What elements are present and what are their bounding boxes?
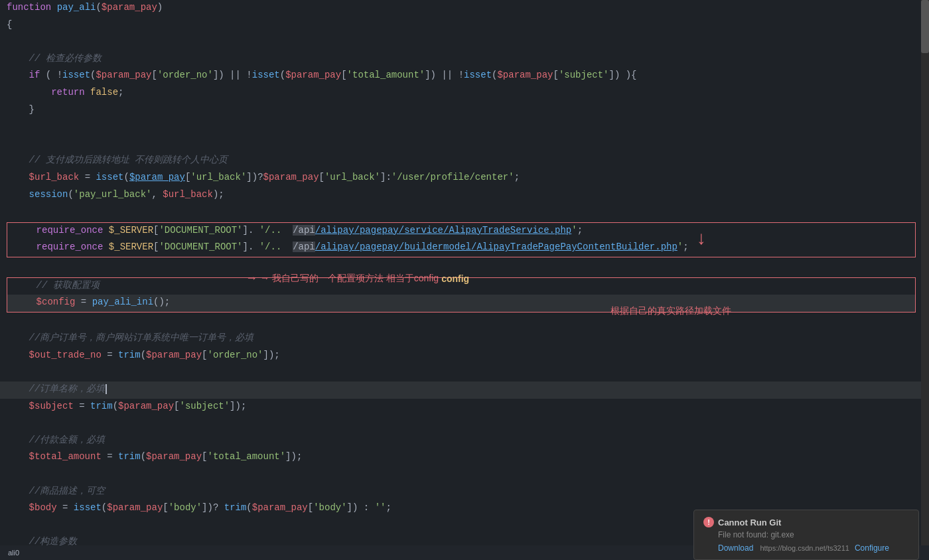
code-line-17: // 获取配置项 <box>7 278 915 295</box>
code-line-9 <box>0 136 929 153</box>
code-line-23: //订单名称，必填 <box>0 382 929 399</box>
download-link[interactable]: Download <box>718 543 753 553</box>
code-editor: function pay_ali($param_pay) { // 检查必传参数… <box>0 0 929 560</box>
code-line-14: require_once $_SERVER['DOCUMENT_ROOT']. … <box>7 223 915 240</box>
code-line-12: session('pay_url_back', $url_back); <box>0 187 929 204</box>
red-box-1: require_once $_SERVER['DOCUMENT_ROOT']. … <box>7 222 916 257</box>
notification-title: Cannot Run Git <box>718 518 781 527</box>
notification-box: ! Cannot Run Git File not found: git.exe… <box>693 510 919 560</box>
code-line-4: // 检查必传参数 <box>0 51 929 68</box>
code-line-8 <box>0 119 929 136</box>
status-item: ali0 <box>5 549 22 557</box>
notification-header: ! Cannot Run Git <box>703 517 909 527</box>
code-line-10: // 支付成功后跳转地址 不传则跳转个人中心页 <box>0 153 929 170</box>
notification-body: File not found: git.exe <box>718 530 909 539</box>
code-line-18: $config = pay_ali_ini(); <box>7 295 915 312</box>
code-area: function pay_ali($param_pay) { // 检查必传参数… <box>0 0 929 551</box>
code-line-27: $total_amount = trim($param_pay['total_a… <box>0 449 929 466</box>
code-line-29: //商品描述，可空 <box>0 484 929 501</box>
code-line-2: { <box>0 17 929 35</box>
code-line-26: //付款金额，必填 <box>0 433 929 450</box>
code-line-20: //商户订单号，商户网站订单系统中唯一订单号，必填 <box>0 330 929 348</box>
code-line-11: $url_back = isset($param_pay['url_back']… <box>0 170 929 187</box>
code-line-16 <box>0 259 929 276</box>
code-line-15: require_once $_SERVER['DOCUMENT_ROOT']. … <box>7 240 915 257</box>
code-line-19 <box>0 314 929 331</box>
code-line-3 <box>0 34 929 51</box>
code-line-13 <box>0 204 929 221</box>
scrollbar-thumb[interactable] <box>921 0 929 53</box>
code-line-24: $subject = trim($param_pay['subject']); <box>0 399 929 416</box>
code-line-1: function pay_ali($param_pay) <box>0 0 929 17</box>
code-line-28 <box>0 466 929 484</box>
code-line-6: return false; <box>0 85 929 102</box>
code-line-25 <box>0 415 929 433</box>
notification-footer: Download https://blog.csdn.net/ts3211 Co… <box>718 543 909 553</box>
code-line-21: $out_trade_no = trim($param_pay['order_n… <box>0 348 929 365</box>
notification-url: https://blog.csdn.net/ts3211 <box>760 544 849 552</box>
code-line-7: } <box>0 102 929 119</box>
error-icon: ! <box>703 517 714 527</box>
code-line-5: if ( !isset($param_pay['order_no']) || !… <box>0 68 929 85</box>
red-box-2: // 获取配置项 $config = pay_ali_ini(); <box>7 277 916 313</box>
configure-link[interactable]: Configure <box>855 543 889 553</box>
code-line-22 <box>0 364 929 382</box>
scrollbar[interactable] <box>921 0 929 560</box>
